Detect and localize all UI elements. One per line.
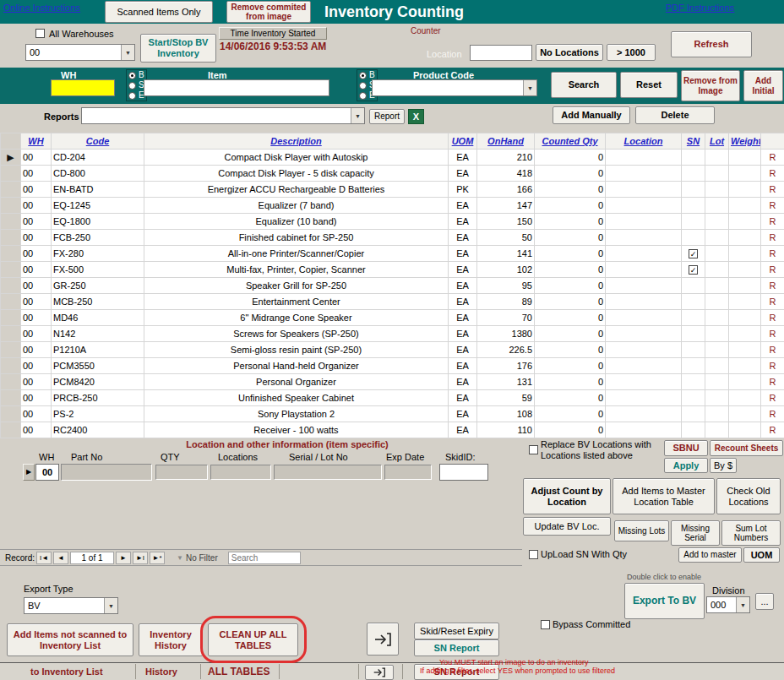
detail-row-selector[interactable]: ▶ <box>23 464 35 481</box>
cell-counted-qty[interactable]: 0 <box>535 406 606 422</box>
row-r-button[interactable]: R <box>763 393 782 403</box>
detail-skidid-field[interactable] <box>439 464 488 481</box>
all-warehouses-checkbox[interactable] <box>35 29 45 38</box>
bypass-committed-checkbox[interactable] <box>541 620 550 629</box>
detail-exp-date-field[interactable] <box>384 465 432 480</box>
table-row[interactable]: 00MCB-250Entertainment CenterEA890R <box>1 294 784 310</box>
product-radio-option-b[interactable]: B <box>359 71 375 79</box>
row-selector[interactable] <box>1 406 21 422</box>
row-r-button[interactable]: R <box>763 345 782 355</box>
item-input[interactable] <box>144 79 329 96</box>
cell-counted-qty[interactable]: 0 <box>535 198 606 214</box>
column-header-lot[interactable]: Lot <box>705 133 729 150</box>
row-selector[interactable] <box>1 182 21 198</box>
cell-location[interactable] <box>606 262 682 278</box>
column-header-code[interactable]: Code <box>52 133 144 150</box>
cell-location[interactable] <box>606 406 682 422</box>
detail-part-no-field[interactable] <box>61 464 152 481</box>
cell-counted-qty[interactable]: 0 <box>535 390 606 406</box>
add-initial-button[interactable]: Add Initial <box>743 70 783 101</box>
cell-counted-qty[interactable]: 0 <box>535 358 606 374</box>
cell-location[interactable] <box>606 358 682 374</box>
reports-select[interactable]: ▼ <box>81 107 365 124</box>
cell-location[interactable] <box>606 150 682 166</box>
scanned-items-only-button[interactable]: Scanned Items Only <box>105 1 213 23</box>
item-radio-option-e[interactable]: E <box>128 91 144 100</box>
cell-counted-qty[interactable]: 0 <box>535 166 606 182</box>
row-selector[interactable] <box>1 310 21 326</box>
row-r-button[interactable]: R <box>763 264 782 275</box>
row-selector[interactable] <box>1 166 21 182</box>
search-button[interactable]: Search <box>551 72 617 98</box>
cell-location[interactable] <box>606 326 682 342</box>
cell-location[interactable] <box>606 278 682 294</box>
cell-location[interactable] <box>606 310 682 326</box>
remove-commited-from-image-button[interactable]: Remove commited from image <box>226 1 311 23</box>
row-selector[interactable] <box>1 294 21 310</box>
cell-location[interactable] <box>606 294 682 310</box>
division-more-button[interactable]: ... <box>755 593 774 610</box>
cell-location[interactable] <box>606 198 682 214</box>
cell-location[interactable] <box>606 182 682 198</box>
table-row[interactable]: 00N142Screws for Speakers (SP-250)EA1380… <box>1 326 784 342</box>
row-r-button[interactable]: R <box>763 280 782 291</box>
add-items-to-master-location-table-button[interactable]: Add Items to Master Location Table <box>612 478 715 514</box>
warehouse-select[interactable]: 00 ▼ <box>25 44 135 61</box>
strip-history-button[interactable]: History <box>145 666 177 677</box>
row-selector[interactable] <box>1 214 21 230</box>
add-to-master-button[interactable]: Add to master <box>678 547 742 563</box>
row-r-button[interactable]: R <box>763 216 782 226</box>
by-dollar-button[interactable]: By $ <box>710 458 737 473</box>
row-r-button[interactable]: R <box>763 232 782 242</box>
table-row[interactable]: 00EQ-1800Equalizer (10 band)EA1500R <box>1 214 784 230</box>
detail-serial-lot-field[interactable] <box>274 465 382 480</box>
cell-counted-qty[interactable]: 0 <box>535 278 606 294</box>
cell-counted-qty[interactable]: 0 <box>535 310 606 326</box>
row-r-button[interactable]: R <box>763 425 782 435</box>
item-radio-option-b[interactable]: B <box>128 71 144 79</box>
cell-location[interactable] <box>606 230 682 246</box>
location-input[interactable] <box>470 45 532 61</box>
table-row[interactable]: 00CD-800Compact Disk Player - 5 disk cap… <box>1 166 784 182</box>
export-to-bv-button[interactable]: Export To BV <box>624 583 705 619</box>
update-bv-loc-button[interactable]: Update BV Loc. <box>523 517 611 536</box>
delete-button[interactable]: Delete <box>635 106 715 124</box>
table-row[interactable]: 00GR-250Speaker Grill for SP-250EA950R <box>1 278 784 294</box>
over-1000-button[interactable]: > 1000 <box>607 44 656 61</box>
table-row[interactable]: 00MD466" Midrange Cone SpeakerEA700R <box>1 310 784 326</box>
start-stop-bv-inventory-button[interactable]: Start/Stop BV Inventory <box>140 34 216 63</box>
detail-wh-field[interactable]: 00 <box>35 464 59 481</box>
cell-counted-qty[interactable]: 0 <box>535 294 606 310</box>
strip-close-form-button[interactable] <box>365 665 394 680</box>
detail-locations-field[interactable] <box>210 465 271 480</box>
cell-location[interactable] <box>606 342 682 358</box>
cell-counted-qty[interactable]: 0 <box>535 262 606 278</box>
row-r-button[interactable]: R <box>763 168 782 178</box>
table-row[interactable]: 00FX-280All-in-one Printer/Scanner/Copie… <box>1 246 784 262</box>
row-r-button[interactable]: R <box>763 296 782 307</box>
pdf-instructions-link[interactable]: PDF Instructions <box>666 3 734 13</box>
cell-counted-qty[interactable]: 0 <box>535 326 606 342</box>
clean-up-all-tables-button[interactable]: CLEAN UP ALL TABLES <box>208 623 298 656</box>
column-header-description[interactable]: Description <box>144 133 449 150</box>
row-selector[interactable] <box>1 374 21 390</box>
sum-lot-numbers-button[interactable]: Sum Lot Numbers <box>721 520 781 546</box>
cell-counted-qty[interactable]: 0 <box>535 374 606 390</box>
strip-to-inventory-list-button[interactable]: to Inventory List <box>30 666 103 677</box>
record-next-button[interactable]: ► <box>116 552 131 564</box>
column-header-counted-qty[interactable]: Counted Qty <box>535 133 606 150</box>
column-header-uom[interactable]: UOM <box>449 133 477 150</box>
missing-lots-button[interactable]: Missing Lots <box>614 520 669 541</box>
cell-location[interactable] <box>606 246 682 262</box>
no-locations-button[interactable]: No Locations <box>536 44 603 61</box>
table-row[interactable]: 00FX-500Multi-fax, Printer, Copier, Scan… <box>1 262 784 278</box>
export-type-select[interactable]: BV ▼ <box>24 597 118 614</box>
row-r-button[interactable]: R <box>763 152 782 162</box>
record-search-input[interactable] <box>228 552 301 564</box>
row-r-button[interactable]: R <box>763 248 782 258</box>
cell-location[interactable] <box>606 374 682 390</box>
row-r-button[interactable]: R <box>763 184 782 194</box>
item-radio-option-s[interactable]: S <box>128 81 144 90</box>
sn-checkbox[interactable]: ✓ <box>689 265 698 275</box>
row-selector[interactable] <box>1 230 21 246</box>
